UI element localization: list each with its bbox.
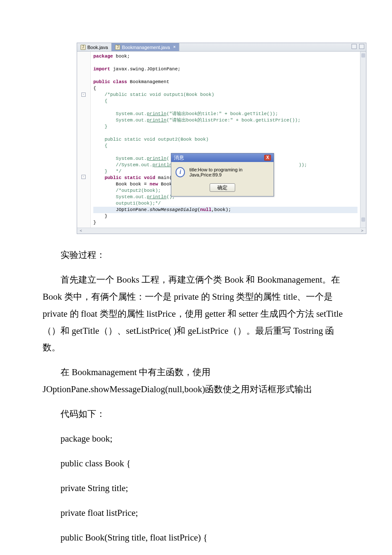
editor-tabbar: J Book.java J Bookmanagement.java × <box>77 43 366 52</box>
java-file-icon: J <box>115 45 120 50</box>
java-file-icon: J <box>81 45 86 50</box>
code-line: public Book(String title, float listPric… <box>43 529 349 546</box>
code-line: public class Book { <box>43 455 349 472</box>
scroll-down-icon[interactable] <box>361 217 365 222</box>
minimize-icon[interactable] <box>352 44 357 49</box>
close-icon[interactable]: X <box>264 155 271 161</box>
paragraph: 首先建立一个 Books 工程，再建立俩个类 Book 和 Bookmanage… <box>43 272 349 356</box>
tab-label: Bookmanagement.java <box>122 45 170 50</box>
close-icon[interactable]: × <box>173 45 176 49</box>
tab-label: Book.java <box>87 45 108 50</box>
scroll-right-icon[interactable]: > <box>361 229 363 233</box>
tab-book-java[interactable]: J Book.java <box>77 43 112 51</box>
maximize-icon[interactable] <box>359 44 364 49</box>
horizontal-scrollbar[interactable]: < > <box>77 228 366 234</box>
fold-marker-icon[interactable]: - <box>81 175 86 179</box>
code-line: private String title; <box>43 480 349 497</box>
paragraph: 代码如下： <box>43 406 349 423</box>
code-line: private float listPrice; <box>43 505 349 522</box>
message-dialog: 消息 X i title:How to programing in Java,P… <box>171 153 274 197</box>
dialog-message: title:How to programing in Java,Price:89… <box>189 167 269 177</box>
editor-gutter: - - <box>77 52 91 228</box>
paragraph: 实验过程： <box>43 247 349 264</box>
scroll-up-icon[interactable] <box>361 53 365 58</box>
info-icon: i <box>176 167 185 177</box>
dialog-title-text: 消息 <box>174 153 184 162</box>
vertical-scrollbar[interactable] <box>360 52 366 228</box>
scroll-left-icon[interactable]: < <box>80 229 82 233</box>
dialog-titlebar: 消息 X <box>171 153 274 162</box>
editor-tool-icons <box>352 44 364 49</box>
fold-marker-icon[interactable]: - <box>81 92 86 97</box>
ide-editor: J Book.java J Bookmanagement.java × - - … <box>77 43 366 234</box>
document-body: 实验过程： 首先建立一个 Books 工程，再建立俩个类 Book 和 Book… <box>43 247 349 555</box>
paragraph: 在 Bookmanagement 中有主函数，使用JOptionPane.sho… <box>43 364 349 398</box>
tab-bookmanagement-java[interactable]: J Bookmanagement.java × <box>112 43 179 51</box>
code-line: package book; <box>43 431 349 448</box>
ok-button[interactable]: 确定 <box>210 183 235 192</box>
code-area[interactable]: package book; import javax.swing.JOption… <box>91 52 360 228</box>
